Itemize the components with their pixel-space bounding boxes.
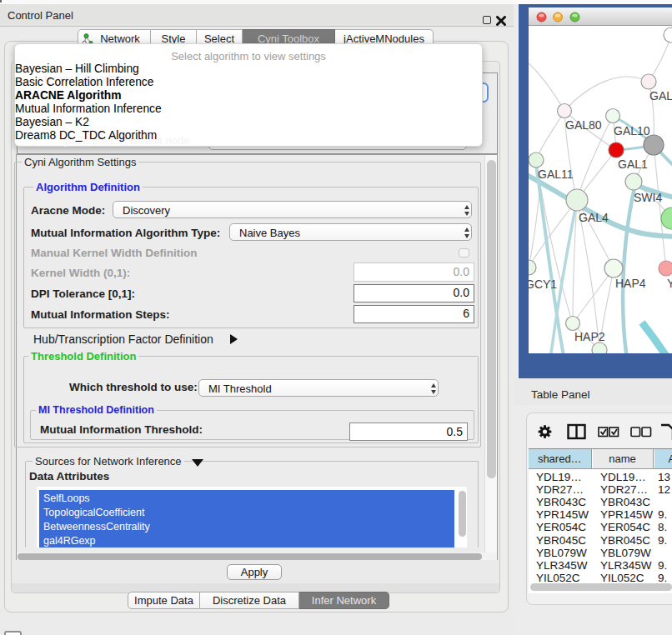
svg-text:GAL1: GAL1 (618, 158, 648, 171)
svg-text:GAL10: GAL10 (614, 124, 650, 138)
svg-text:Y: Y (667, 277, 672, 290)
svg-text:GAL80: GAL80 (565, 118, 602, 132)
svg-text:HAP4: HAP4 (615, 277, 646, 290)
svg-text:SWI4: SWI4 (634, 191, 662, 204)
svg-text:GAL4: GAL4 (579, 211, 609, 224)
svg-text:HAP2: HAP2 (574, 330, 605, 343)
svg-text:GAL7: GAL7 (649, 89, 672, 102)
svg-text:GCY1: GCY1 (529, 278, 557, 291)
svg-text:GAL11: GAL11 (538, 168, 574, 181)
